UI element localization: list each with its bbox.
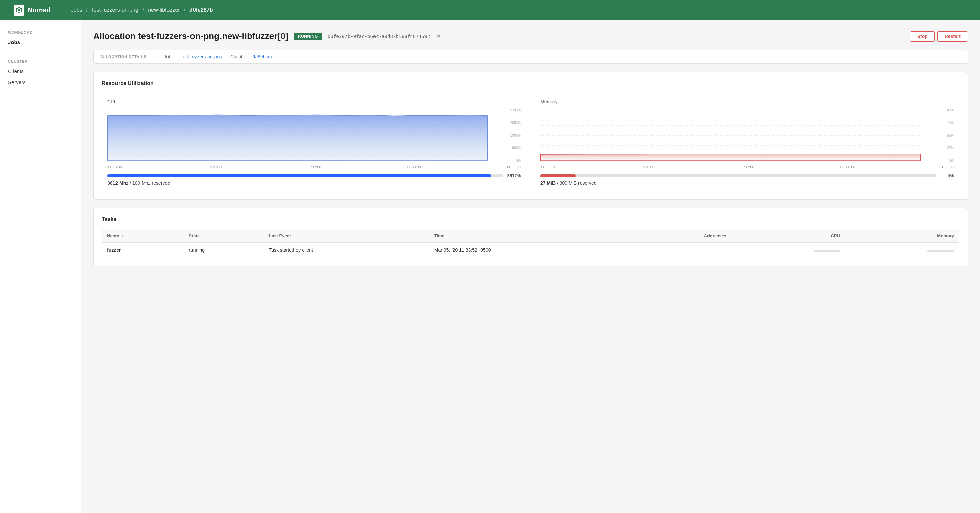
cpu-chart-svg	[107, 108, 521, 162]
task-state: running	[183, 243, 263, 258]
breadcrumb-sep-2: /	[143, 7, 144, 13]
memory-current: 27 MiB	[540, 180, 555, 186]
task-memory-track	[927, 250, 954, 252]
cpu-progress-fill	[107, 175, 491, 177]
col-last-event: Last Event	[263, 229, 429, 243]
resource-utilization-title: Resource Utilization	[102, 80, 959, 86]
status-badge: RUNNING	[294, 33, 322, 40]
cpu-y-labels: 3700% 2800% 1900% 900% 0%	[510, 108, 521, 162]
breadcrumb-task-group[interactable]: new-libfuzzer	[148, 7, 180, 13]
sidebar-item-servers[interactable]: Servers	[0, 76, 81, 88]
task-memory-bar	[846, 243, 959, 258]
col-state: State	[183, 229, 263, 243]
allocation-id: d0fe287b-9fac-b6ec-a9d8-b588f4674692	[328, 34, 430, 39]
alloc-details-label: ALLOCATION DETAILS	[100, 55, 146, 59]
col-addresses: Addresses	[632, 229, 732, 243]
cpu-stat: 3612 Mhz / 100 Mhz reserved	[107, 180, 521, 186]
breadcrumb-alloc: d0fe287b	[189, 7, 213, 13]
breadcrumb-job[interactable]: test-fuzzers-on-png	[92, 7, 138, 13]
cpu-progress-track	[107, 175, 503, 177]
memory-chart-svg	[540, 108, 954, 162]
sidebar-item-clients[interactable]: Clients	[0, 65, 81, 76]
memory-progress-row: 9%	[540, 173, 954, 178]
cpu-current: 3612 Mhz	[107, 180, 128, 186]
tasks-table-head: Name ↓ State Last Event Time	[102, 229, 959, 243]
logo-icon	[14, 5, 24, 16]
cpu-label: CPU	[107, 99, 521, 104]
client-link[interactable]: 9a8ebcde	[253, 54, 274, 59]
tasks-table: Name ↓ State Last Event Time	[102, 229, 959, 258]
cpu-chart-area: 3700% 2800% 1900% 900% 0%	[107, 108, 521, 162]
memory-reserved-label: /	[557, 180, 560, 186]
col-memory: Memory	[846, 229, 959, 243]
page-title: Allocation test-fuzzers-on-png.new-libfu…	[93, 31, 288, 41]
tasks-title: Tasks	[102, 216, 959, 222]
top-nav: Nomad Jobs / test-fuzzers-on-png / new-l…	[0, 0, 980, 20]
cpu-progress-row: 3612%	[107, 173, 521, 178]
tasks-card: Tasks Name ↓ State Last Event	[93, 208, 968, 266]
sidebar-divider	[0, 52, 81, 52]
memory-chart-area: 100% 75% 50% 25% 0%	[540, 108, 954, 162]
memory-reserved: 300 MiB reserved	[560, 180, 597, 186]
memory-pct: 9%	[940, 173, 954, 178]
breadcrumb-sep-3: /	[184, 7, 185, 13]
cpu-reserved: 100 Mhz reserved	[132, 180, 170, 186]
col-name[interactable]: Name ↓	[102, 229, 183, 243]
job-label: Job	[164, 54, 172, 59]
memory-y-labels: 100% 75% 50% 25% 0%	[945, 108, 954, 162]
copy-id-button[interactable]: ⧉	[435, 33, 442, 40]
memory-progress-track	[540, 175, 936, 177]
sidebar: WORKLOAD Jobs CLUSTER Clients Servers	[0, 20, 81, 513]
sidebar-section-workload: WORKLOAD	[0, 27, 81, 37]
main-layout: WORKLOAD Jobs CLUSTER Clients Servers Al…	[0, 20, 980, 513]
task-time: Mar 05, '20 11:33:52 -0500	[429, 243, 632, 258]
cpu-pct: 3612%	[507, 173, 521, 178]
memory-chart-container: Memory	[535, 93, 959, 191]
client-label: Client	[230, 54, 242, 59]
memory-progress-fill	[540, 175, 576, 177]
task-last-event: Task started by client	[263, 243, 429, 258]
action-buttons: Stop Restart	[910, 32, 968, 41]
job-link[interactable]: test-fuzzers-on-png	[181, 54, 222, 59]
memory-label: Memory	[540, 99, 954, 104]
app-name: Nomad	[28, 6, 51, 14]
col-time: Time	[429, 229, 632, 243]
page-header: Allocation test-fuzzers-on-png.new-libfu…	[93, 31, 968, 41]
stop-button[interactable]: Stop	[910, 32, 935, 41]
breadcrumb: Jobs / test-fuzzers-on-png / new-libfuzz…	[71, 7, 213, 13]
tasks-table-body: fuzzer running Task started by client Ma…	[102, 243, 959, 258]
sidebar-section-cluster: CLUSTER	[0, 56, 81, 65]
app-logo[interactable]: Nomad	[14, 5, 51, 16]
sort-icon-name: ↓	[122, 234, 124, 238]
allocation-details-bar: ALLOCATION DETAILS | Job test-fuzzers-on…	[93, 49, 968, 64]
memory-stat: 27 MiB / 300 MiB reserved	[540, 180, 954, 186]
breadcrumb-jobs[interactable]: Jobs	[71, 7, 83, 13]
restart-button[interactable]: Restart	[937, 32, 968, 41]
cpu-chart-container: CPU	[102, 93, 527, 191]
breadcrumb-sep-1: /	[86, 7, 88, 13]
task-name: fuzzer	[102, 243, 183, 258]
sidebar-item-jobs[interactable]: Jobs	[0, 37, 81, 48]
memory-time-labels: 11:35:00 11:36:00 11:37:00 11:38:00 11:3…	[540, 165, 954, 169]
task-cpu-track	[813, 250, 840, 252]
col-cpu: CPU	[732, 229, 846, 243]
resource-charts: CPU	[102, 93, 959, 191]
task-addresses	[632, 243, 732, 258]
cpu-time-labels: 11:35:00 11:36:00 11:37:00 11:38:00 11:3…	[107, 165, 521, 169]
table-row[interactable]: fuzzer running Task started by client Ma…	[102, 243, 959, 258]
resource-utilization-card: Resource Utilization CPU	[93, 72, 968, 200]
main-content: Allocation test-fuzzers-on-png.new-libfu…	[81, 20, 980, 513]
task-cpu-bar	[732, 243, 846, 258]
cpu-reserved-label: /	[130, 180, 132, 186]
